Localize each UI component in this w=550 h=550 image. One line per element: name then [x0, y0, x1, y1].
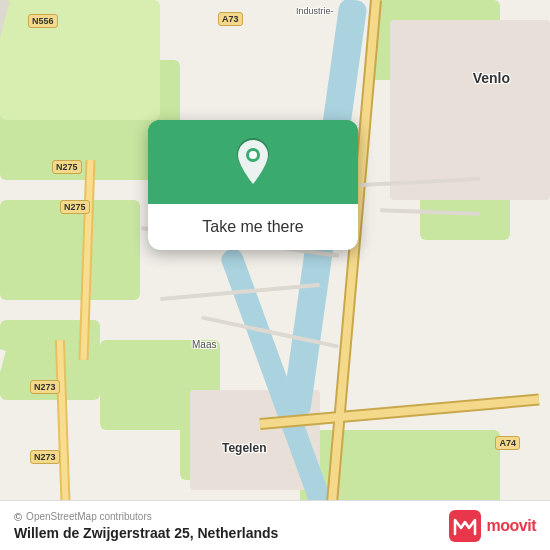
road-label-n275: N275	[60, 200, 90, 214]
urban-area-venlo	[390, 20, 550, 200]
location-pin-icon	[231, 138, 275, 190]
road-label-a73: A73	[218, 12, 243, 26]
popup-header	[148, 120, 358, 204]
location-popup: Take me there	[148, 120, 358, 250]
moovit-brand-text: moovit	[487, 517, 536, 535]
road-label-n273-bottom: N273	[30, 380, 60, 394]
moovit-m-icon	[449, 510, 481, 542]
attribution-text: OpenStreetMap contributors	[26, 511, 152, 522]
map-container: A73 A74 N275 N275 N273 N273 N556 Venlo T…	[0, 0, 550, 550]
take-me-there-button[interactable]: Take me there	[148, 204, 358, 250]
bottom-bar: © OpenStreetMap contributors Willem de Z…	[0, 500, 550, 550]
city-label-tegelen: Tegelen	[222, 441, 266, 455]
moovit-logo: moovit	[449, 510, 536, 542]
map-attribution: © OpenStreetMap contributors	[14, 511, 278, 523]
green-area	[0, 0, 160, 120]
road-label-n273-lower: N273	[30, 450, 60, 464]
road-label-n275-top: N275	[52, 160, 82, 174]
river-label-maas: Maas	[192, 339, 216, 350]
green-area	[0, 200, 140, 300]
copyright-symbol: ©	[14, 511, 22, 523]
industrie-label: Industrie-	[296, 6, 334, 16]
address-label: Willem de Zwijgerstraat 25, Netherlands	[14, 525, 278, 541]
svg-point-1	[249, 151, 257, 159]
city-label-venlo: Venlo	[473, 70, 510, 86]
road-label-n556: N556	[28, 14, 58, 28]
road-label-a74: A74	[495, 436, 520, 450]
